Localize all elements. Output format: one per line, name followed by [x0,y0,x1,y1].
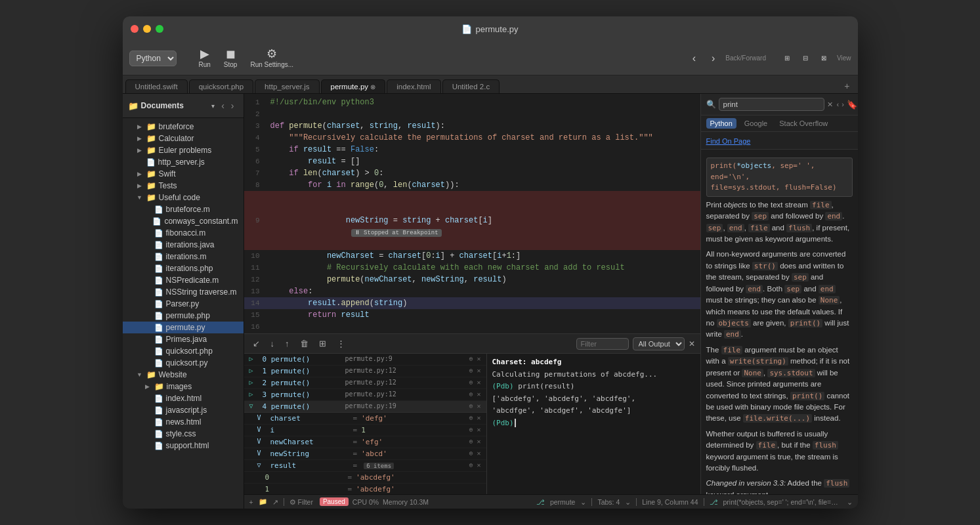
file-icon: 📄 [154,276,163,285]
stack-frame-1[interactable]: ▷ 1 permute() permute.py:12 ⊕ ✕ [244,366,486,377]
sidebar-item-primes-java[interactable]: 📄 Primes.java [123,333,244,345]
close-button[interactable] [131,25,138,33]
sidebar-forward-btn[interactable]: › [230,99,236,112]
stack-frame-2[interactable]: ▷ 2 permute() permute.py:12 ⊕ ✕ [244,377,486,389]
sidebar-item-index-html[interactable]: 📄 index.html [123,392,244,404]
file-icon: 📄 [154,442,163,450]
file-icon: 📄 [154,229,163,238]
output-mode-select[interactable]: All Output [633,337,685,350]
run-button[interactable]: ▶ Run [194,45,216,71]
sidebar-item-quicksort-py[interactable]: 📄 quicksort.py [123,357,244,369]
sidebar-item-news-html[interactable]: 📄 news.html [123,416,244,428]
sidebar-item-iterations-php[interactable]: 📄 iterations.php [123,262,244,274]
view-sidebar-button[interactable]: ⊞ [779,52,795,64]
func-indicator[interactable]: permute [550,498,576,506]
forward-button[interactable]: › [706,50,720,67]
docs-nav-back-btn[interactable]: ‹ [837,100,840,108]
frame-icon: ▷ [249,355,259,362]
debug-close-btn[interactable]: ✕ [689,339,695,348]
debug-output-panel[interactable]: Charset: abcdefg Calculating permutation… [487,354,700,494]
statusbar-divider-4 [704,498,704,506]
sidebar-item-tests[interactable]: ▶ 📁 Tests [123,180,244,192]
code-line-7: 7 if len(charset) > 0: [244,167,700,179]
tab-untitled-2c[interactable]: Untitled 2.c [442,79,500,93]
sidebar-item-images[interactable]: ▶ 📁 images [123,381,244,392]
docs-bookmark-btn[interactable]: 🔖 [847,100,857,110]
share-btn[interactable]: ↗ [272,498,278,506]
expand-icon: ▶ [136,147,144,154]
docs-nav-forward-btn[interactable]: › [842,100,844,108]
add-tab-button[interactable]: + [839,79,855,93]
filter-input[interactable] [576,338,629,350]
var-newString: V newString = 'abcd' ⊕ ✕ [244,448,486,460]
tab-quicksort-php[interactable]: quicksort.php [189,79,253,93]
sidebar-item-fibonacci[interactable]: 📄 fibonacci.m [123,227,244,239]
debug-layout-btn[interactable]: ⊞ [316,337,330,350]
sidebar-item-iterations-java[interactable]: 📄 iterations.java [123,239,244,251]
sidebar-item-euler[interactable]: ▶ 📁 Euler problems [123,144,244,156]
var-result[interactable]: ▽ result = 6 items ⊕ ✕ [244,460,486,472]
tab-permute-py[interactable]: permute.py ⊗ [321,79,386,93]
stack-frame-3[interactable]: ▷ 3 permute() permute.py:12 ⊕ ✕ [244,389,486,401]
docs-tab-stackoverflow[interactable]: Stack Overflow [775,118,832,129]
debug-more-btn[interactable]: ⋮ [333,337,349,350]
sidebar-back-btn[interactable]: ‹ [220,99,226,112]
sidebar-item-calculator[interactable]: ▶ 📁 Calculator [123,133,244,144]
tab-index-html[interactable]: index.html [387,79,440,93]
sidebar-item-permute-php[interactable]: 📄 permute.php [123,310,244,322]
sidebar-item-nsstring[interactable]: 📄 NSString traverse.m [123,286,244,298]
stop-button[interactable]: ◼ Stop [219,45,243,71]
debug-clear-btn[interactable]: 🗑 [297,337,312,350]
docs-search-input[interactable] [719,98,824,111]
nav-group: ‹ › Back/Forward ⊞ ⊟ ⊠ View [687,50,851,67]
sidebar-item-bruteforce-m[interactable]: 📄 bruteforce.m [123,203,244,215]
language-selector[interactable]: Python [129,51,177,66]
find-on-page-link[interactable]: Find On Page [706,137,751,145]
sidebar-item-permute-py[interactable]: 📄 permute.py [123,322,244,333]
sidebar-item-swift[interactable]: ▶ 📁 Swift [123,168,244,180]
sidebar-item-javascript-js[interactable]: 📄 javascript.js [123,404,244,416]
sidebar-item-conways[interactable]: 📄 conways_constant.m [123,215,244,227]
sidebar-item-http-server-js[interactable]: 📄 http_server.js [123,156,244,168]
sidebar-item-parser-py[interactable]: 📄 Parser.py [123,298,244,310]
debug-step-out-btn[interactable]: ↑ [282,337,293,350]
add-file-btn[interactable]: + [249,498,253,506]
sidebar-item-label: javascript.js [166,406,207,415]
sidebar-item-style-css[interactable]: 📄 style.css [123,428,244,440]
sidebar-item-bruteforce[interactable]: ▶ 📁 bruteforce [123,121,244,133]
frame-location: permute.py:12 [345,379,396,386]
sidebar-item-useful-code[interactable]: ▼ 📁 Useful code [123,192,244,203]
run-settings-button[interactable]: ⚙ Run Settings... [245,45,299,71]
stack-frame-4[interactable]: ▽ 4 permute() permute.py:19 ⊕ ✕ [244,401,486,413]
code-line-10: 10 newCharset = charset[0:i] + charset[i… [244,250,700,262]
output-line-3: (Pdb) print(result) [492,381,695,393]
maximize-button[interactable] [156,25,163,33]
stack-frame-0[interactable]: ▷ 0 permute() permute.py:9 ⊕ ✕ [244,354,486,366]
minimize-button[interactable] [143,25,151,33]
back-button[interactable]: ‹ [687,50,701,67]
sidebar-item-label: news.html [166,417,202,427]
sidebar-item-iterations-m[interactable]: 📄 iterations.m [123,251,244,262]
code-editor[interactable]: 1 #!/usr/bin/env python3 2 3 def permute… [244,94,700,494]
code-line-13: 13 else: [244,285,700,297]
view-full-button[interactable]: ⊠ [816,52,832,64]
tab-untitled-swift[interactable]: Untitled.swift [125,79,188,93]
var-charset: V charset = 'defg' ⊕ ✕ [244,413,486,425]
docs-code-signature: print(*objects, sep=' ', end='\n',file=s… [706,158,853,197]
docs-tab-python[interactable]: Python [706,118,736,129]
var-name: 1 [265,485,344,494]
docs-search-clear-btn[interactable]: ✕ [827,100,833,109]
view-split-button[interactable]: ⊟ [798,52,813,64]
sidebar-item-nspredicate[interactable]: 📄 NSPredicate.m [123,274,244,286]
sidebar-item-website[interactable]: ▼ 📁 Website [123,369,244,381]
debug-step-over-btn[interactable]: ↓ [267,337,278,350]
sidebar-item-quicksort-php[interactable]: 📄 quicksort.php [123,345,244,357]
docs-tab-google[interactable]: Google [740,118,771,129]
debug-step-into-btn[interactable]: ↙ [249,337,263,350]
git-icon: ⎇ [536,498,545,506]
var-result-1: 1 = 'abcdefg' [244,484,486,494]
code-lines[interactable]: 1 #!/usr/bin/env python3 2 3 def permute… [244,94,700,333]
sidebar-item-support-html[interactable]: 📄 support.html [123,440,244,452]
open-folder-btn[interactable]: 📁 [259,497,267,506]
tab-http-server-js[interactable]: http_server.js [255,79,319,93]
